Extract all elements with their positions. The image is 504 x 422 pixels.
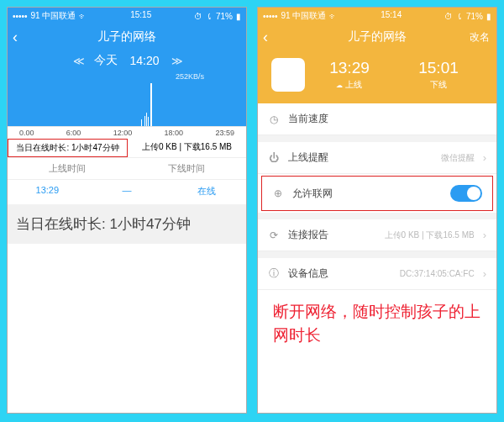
wifi-icon: ᯤ [329, 12, 338, 21]
big-duration-banner: 当日在线时长: 1小时47分钟 [8, 204, 246, 244]
col-offline: 下线时间 [127, 158, 246, 179]
settings-list: ◷ 当前速度 ⏻ 上线提醒 微信提醒 › ⊕ 允许联网 ⟳ 连接报告 上传0 K… [258, 103, 496, 290]
offline-block: 15:01 下线 [418, 59, 459, 91]
offline-time: 15:01 [418, 59, 459, 77]
allow-network-toggle[interactable] [450, 185, 482, 202]
device-hero: 13:29 ☁上线 15:01 下线 [258, 50, 496, 103]
bell-icon: ⏻ [268, 152, 280, 164]
summary-bar: 当日在线时长: 1小时47分钟 上传0 KB | 下载16.5 MB [8, 139, 246, 157]
navbar-left: ‹ 儿子的网络 [8, 24, 246, 50]
row-label: 当前速度 [288, 112, 486, 126]
date-selector: ≪ 今天 14:20 ≫ [8, 50, 246, 70]
row-label: 上线提醒 [288, 150, 433, 165]
row-label: 设备信息 [288, 266, 391, 281]
row-online-notify[interactable]: ⏻ 上线提醒 微信提醒 › [258, 142, 496, 174]
chevron-right-icon: › [483, 229, 486, 241]
online-block: 13:29 ☁上线 [329, 59, 370, 91]
statusbar-time: 15:14 [381, 10, 402, 22]
signal-icon: ••••• [263, 12, 278, 21]
back-icon[interactable]: ‹ [13, 29, 18, 46]
battery-pct: 71% [466, 12, 483, 21]
session-table-row: 13:29 — 在线 [8, 180, 246, 203]
phone-left: •••••91 中国联通ᯤ 15:15 ⏱⤹71%▮ ‹ 儿子的网络 ≪ 今天 … [7, 7, 247, 414]
battery-icon: ▮ [486, 12, 491, 21]
lock-icon: ⤹ [456, 12, 463, 21]
back-icon[interactable]: ‹ [263, 29, 268, 46]
page-title: 儿子的网络 [97, 29, 156, 45]
axis-tick: 0.00 [19, 129, 34, 137]
row-device-info[interactable]: ⓘ 设备信息 DC:37:14:05:CA:FC › [258, 258, 496, 290]
statusbar-left: •••••91 中国联通ᯤ 15:15 ⏱⤹71%▮ [8, 8, 246, 24]
info-icon: ⓘ [268, 266, 280, 281]
row-label: 允许联网 [292, 187, 442, 201]
chevron-right-icon: › [483, 151, 486, 164]
data-usage-summary: 上传0 KB | 下载16.5 MB [128, 139, 246, 157]
session-dash: — [87, 180, 167, 203]
signal-icon: ••••• [13, 12, 28, 21]
current-speed: 252KB/s [8, 72, 246, 81]
chevron-right-icon: › [483, 267, 486, 280]
navbar-right: ‹ 儿子的网络 改名 [258, 24, 496, 50]
axis-tick: 23:59 [215, 129, 234, 137]
carrier: 91 中国联通 [281, 10, 327, 22]
phone-right: •••••91 中国联通ᯤ 15:14 ⏱⤹71%▮ ‹ 儿子的网络 改名 13… [257, 7, 497, 414]
date-label: 今天 [94, 53, 118, 68]
activity-chart [8, 81, 246, 126]
axis-tick: 12:00 [113, 129, 133, 137]
annotation-text: 断开网络，随时控制孩子的上网时长 [258, 290, 496, 356]
carrier: 91 中国联通 [31, 10, 76, 22]
report-icon: ⟳ [268, 229, 280, 241]
battery-pct: 71% [216, 12, 233, 21]
device-icon [271, 58, 305, 92]
lock-icon: ⤹ [206, 12, 213, 21]
right-header: •••••91 中国联通ᯤ 15:14 ⏱⤹71%▮ ‹ 儿子的网络 改名 13… [258, 8, 496, 103]
session-table-header: 上线时间 下线时间 [8, 157, 246, 180]
session-on-time: 13:29 [8, 180, 87, 203]
rename-button[interactable]: 改名 [470, 30, 490, 45]
battery-icon: ▮ [236, 12, 241, 21]
row-current-speed[interactable]: ◷ 当前速度 [258, 103, 496, 135]
gauge-icon: ◷ [268, 113, 280, 125]
online-duration-summary: 当日在线时长: 1小时47分钟 [8, 139, 128, 157]
statusbar-right: •••••91 中国联通ᯤ 15:14 ⏱⤹71%▮ [258, 8, 496, 24]
globe-icon: ⊕ [272, 187, 284, 199]
alarm-icon: ⏱ [444, 12, 453, 21]
alarm-icon: ⏱ [194, 12, 202, 21]
row-allow-network[interactable]: ⊕ 允许联网 [262, 177, 492, 210]
row-value: 微信提醒 [441, 152, 475, 164]
row-value: DC:37:14:05:CA:FC [400, 269, 475, 278]
session-status: 在线 [166, 180, 246, 203]
next-day-icon[interactable]: ≫ [171, 55, 181, 67]
axis-tick: 18:00 [165, 129, 184, 137]
cloud-icon: ☁ [336, 82, 343, 89]
page-title: 儿子的网络 [348, 29, 407, 45]
chart-xaxis: 0.00 6:00 12:00 18:00 23:59 [8, 126, 246, 139]
statusbar-time: 15:15 [130, 10, 151, 22]
axis-tick: 6:00 [66, 129, 81, 137]
row-connection-report[interactable]: ⟳ 连接报告 上传0 KB | 下载16.5 MB › [258, 219, 496, 251]
online-label: 上线 [345, 79, 362, 91]
date-time: 14:20 [129, 54, 159, 67]
col-online: 上线时间 [8, 158, 127, 179]
left-header: •••••91 中国联通ᯤ 15:15 ⏱⤹71%▮ ‹ 儿子的网络 ≪ 今天 … [8, 8, 246, 126]
row-label: 连接报告 [288, 228, 376, 242]
row-value: 上传0 KB | 下载16.5 MB [385, 229, 475, 241]
offline-label: 下线 [430, 79, 447, 91]
prev-day-icon[interactable]: ≪ [73, 55, 82, 67]
wifi-icon: ᯤ [79, 12, 87, 21]
online-time: 13:29 [329, 59, 370, 77]
